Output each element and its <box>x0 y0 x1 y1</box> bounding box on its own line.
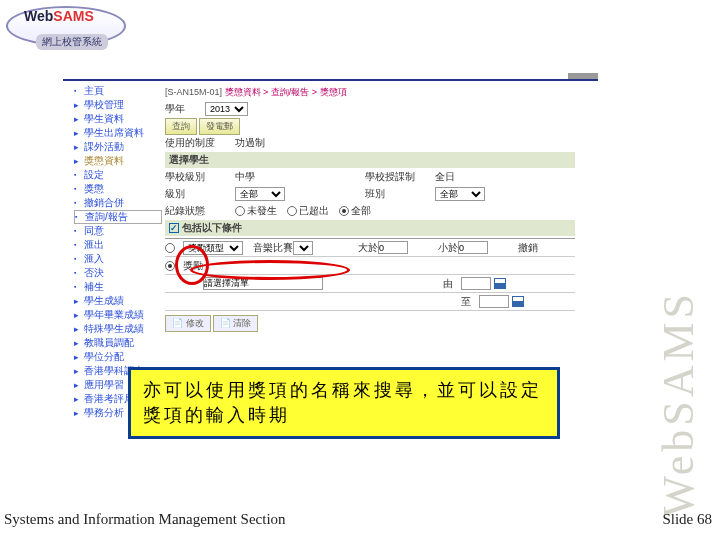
sidebar-item-label: 學校管理 <box>84 98 124 112</box>
arrow-icon: ▸ <box>74 336 84 350</box>
bullet-icon: ▪ <box>74 168 84 182</box>
header-rule <box>63 79 598 81</box>
app-logo: WebSAMS 網上校管系統 <box>6 6 126 54</box>
session-label: 學校授課制 <box>365 170 435 184</box>
include-checkbox[interactable] <box>169 223 179 233</box>
arrow-icon: ▸ <box>74 406 84 420</box>
classno-select[interactable]: 全部 <box>435 187 485 201</box>
calendar-icon[interactable] <box>512 296 524 307</box>
arrow-icon: ▸ <box>74 98 84 112</box>
sidebar-item-0[interactable]: ▪主頁 <box>74 84 162 98</box>
sidebar-item-label: 教職員調配 <box>84 336 134 350</box>
sidebar-item-8[interactable]: ▪撤銷合併 <box>74 196 162 210</box>
main-content: [S-AN15M-01] 獎懲資料 > 查詢/報告 > 獎懲項 學年 2013 … <box>165 84 575 332</box>
sidebar-item-13[interactable]: ▪否決 <box>74 266 162 280</box>
class-select[interactable]: 全部 <box>235 187 285 201</box>
sidebar-item-label: 學生資料 <box>84 112 124 126</box>
reward-type-select[interactable]: 獎勵類型 <box>183 241 243 255</box>
sidebar-item-11[interactable]: ▪滙出 <box>74 238 162 252</box>
bullet-icon: ▪ <box>75 210 85 224</box>
modify-button[interactable]: 📄 修改 <box>165 315 211 332</box>
arrow-icon: ▸ <box>74 322 84 336</box>
arrow-icon: ▸ <box>74 392 84 406</box>
sidebar-item-label: 獎懲 <box>84 182 104 196</box>
recstate-label: 紀錄狀態 <box>165 204 235 218</box>
sidebar-item-7[interactable]: ▪獎懲 <box>74 182 162 196</box>
by-label: 由 <box>443 277 461 291</box>
arrow-icon: ▸ <box>74 294 84 308</box>
sidebar-item-6[interactable]: ▪設定 <box>74 168 162 182</box>
name-search-input[interactable] <box>203 277 323 290</box>
sidebar-item-label: 設定 <box>84 168 104 182</box>
max-label: 大於 <box>333 241 378 255</box>
row1-name-select[interactable] <box>293 241 313 255</box>
recstate-radio-2[interactable] <box>287 206 297 216</box>
sidebar-item-17[interactable]: ▸特殊學生成績 <box>74 322 162 336</box>
sidebar-item-16[interactable]: ▸學年畢業成績 <box>74 308 162 322</box>
watermark: WebSAMS <box>653 290 704 517</box>
sidebar-item-15[interactable]: ▸學生成績 <box>74 294 162 308</box>
classno-label: 班別 <box>365 187 435 201</box>
sidebar-item-12[interactable]: ▪滙入 <box>74 252 162 266</box>
sidebar-item-14[interactable]: ▪補生 <box>74 280 162 294</box>
sidebar-item-label: 學位分配 <box>84 350 124 364</box>
sidebar-item-label: 應用學習 <box>84 378 124 392</box>
level-label: 學校級別 <box>165 170 235 184</box>
sidebar-item-3[interactable]: ▸學生出席資料 <box>74 126 162 140</box>
date-from-input[interactable] <box>461 277 491 290</box>
row1-radio[interactable] <box>165 243 175 253</box>
arrow-icon: ▸ <box>74 364 84 378</box>
arrow-icon: ▸ <box>74 140 84 154</box>
sidebar-item-label: 獎懲資料 <box>84 154 124 168</box>
sidebar-item-label: 滙入 <box>84 252 104 266</box>
annotation-callout: 亦可以使用獎項的名稱來搜尋，並可以設定獎項的輸入時期 <box>128 367 560 439</box>
sidebar-item-label: 否決 <box>84 266 104 280</box>
arrow-icon: ▸ <box>74 154 84 168</box>
sidebar-item-4[interactable]: ▸課外活動 <box>74 140 162 154</box>
row1-name: 音樂比賽 <box>253 241 293 255</box>
sidebar-item-label: 學生出席資料 <box>84 126 144 140</box>
include-label: 包括以下條件 <box>182 221 242 235</box>
year-select[interactable]: 2013 <box>205 102 248 116</box>
recstate-radio-3[interactable] <box>339 206 349 216</box>
class-label: 級別 <box>165 187 235 201</box>
sidebar-item-9[interactable]: ▪查詢/報告 <box>74 210 162 224</box>
bullet-icon: ▪ <box>74 182 84 196</box>
min-label: 小於 <box>418 241 458 255</box>
min-input[interactable] <box>458 241 488 254</box>
sidebar-item-5[interactable]: ▸獎懲資料 <box>74 154 162 168</box>
sidebar-item-label: 撤銷合併 <box>84 196 124 210</box>
reward-label: 獎勵 <box>183 259 233 273</box>
arrow-icon: ▸ <box>74 308 84 322</box>
recstate-radio-1[interactable] <box>235 206 245 216</box>
sidebar-item-10[interactable]: ▪同意 <box>74 224 162 238</box>
bullet-icon: ▪ <box>74 266 84 280</box>
footer-right: Slide 68 <box>662 511 712 528</box>
sidebar-item-1[interactable]: ▸學校管理 <box>74 98 162 112</box>
sidebar-item-19[interactable]: ▸學位分配 <box>74 350 162 364</box>
max-input[interactable] <box>378 241 408 254</box>
sidebar-item-label: 補生 <box>84 280 104 294</box>
sidebar-item-label: 主頁 <box>84 84 104 98</box>
select-student-header: 選擇學生 <box>165 152 575 168</box>
row2-radio[interactable] <box>165 261 175 271</box>
year-label: 學年 <box>165 102 205 116</box>
sidebar-item-label: 查詢/報告 <box>85 210 128 224</box>
bullet-icon: ▪ <box>74 196 84 210</box>
arrow-icon: ▸ <box>74 378 84 392</box>
search-button[interactable]: 查詢 <box>165 118 197 135</box>
footer-left: Systems and Information Management Secti… <box>4 511 286 528</box>
date-to-input[interactable] <box>479 295 509 308</box>
sidebar-item-18[interactable]: ▸教職員調配 <box>74 336 162 350</box>
clear-button[interactable]: 📄 清除 <box>213 315 259 332</box>
system-value: 功過制 <box>235 136 265 150</box>
calendar-icon[interactable] <box>494 278 506 289</box>
sidebar-item-label: 特殊學生成績 <box>84 322 144 336</box>
to-label: 至 <box>461 295 479 309</box>
bullet-icon: ▪ <box>74 238 84 252</box>
sidebar-item-2[interactable]: ▸學生資料 <box>74 112 162 126</box>
sidebar-item-label: 同意 <box>84 224 104 238</box>
breadcrumb: [S-AN15M-01] 獎懲資料 > 查詢/報告 > 獎懲項 <box>165 84 575 100</box>
bullet-icon: ▪ <box>74 252 84 266</box>
sendmail-button[interactable]: 發電郵 <box>199 118 240 135</box>
